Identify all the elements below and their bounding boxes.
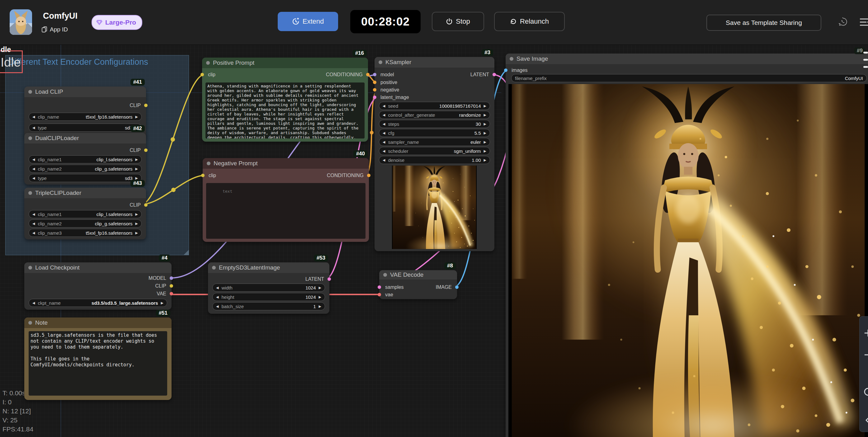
- prev-arrow[interactable]: ◀: [32, 177, 35, 180]
- widget-scheduler[interactable]: ◀ scheduler sgm_uniform ▶: [379, 147, 490, 155]
- clip-output-slot[interactable]: [144, 203, 148, 207]
- collapse-dot[interactable]: [28, 136, 32, 140]
- clip-input-slot[interactable]: [200, 73, 204, 76]
- save-as-template-button[interactable]: Save as Template Sharing: [706, 14, 821, 31]
- prev-arrow[interactable]: ◀: [32, 167, 35, 170]
- app-id-button[interactable]: App ID: [42, 26, 68, 33]
- widget-steps[interactable]: ◀ steps 30 ▶: [379, 120, 490, 128]
- node-negative-prompt[interactable]: #40 Negative Prompt clip CONDITIONING te…: [203, 158, 369, 242]
- collapse-toolbar-icon[interactable]: [863, 415, 868, 426]
- collapse-dot[interactable]: [28, 266, 32, 270]
- collapse-dot[interactable]: [206, 61, 210, 65]
- next-arrow[interactable]: ▶: [135, 158, 138, 161]
- node-header[interactable]: Note: [24, 317, 172, 328]
- image-output-slot[interactable]: [455, 285, 459, 289]
- node-header[interactable]: Load CLIP: [24, 87, 146, 97]
- collapse-dot[interactable]: [510, 57, 514, 61]
- node-load-clip[interactable]: #41 Load CLIP CLIP ◀ clip_name t5xxl_fp1…: [24, 87, 146, 138]
- model-output-slot[interactable]: [170, 276, 173, 280]
- node-dual-clip-loader[interactable]: #42 DualCLIPLoader CLIP ◀ clip_name1 cli…: [24, 133, 146, 185]
- negative-input-slot[interactable]: [373, 88, 376, 92]
- plan-badge[interactable]: Large-Pro: [92, 15, 142, 30]
- widget-filename-prefix[interactable]: filename_prefix ComfyUI: [511, 74, 867, 82]
- widget-width[interactable]: ◀ width 1024 ▶: [212, 284, 325, 292]
- node-positive-prompt[interactable]: #16 Positive Prompt clip CONDITIONING At…: [202, 58, 368, 142]
- next-arrow[interactable]: ▶: [319, 286, 321, 289]
- collapse-dot[interactable]: [28, 321, 32, 325]
- prev-arrow[interactable]: ◀: [32, 301, 35, 305]
- next-arrow[interactable]: ▶: [484, 113, 486, 117]
- next-arrow[interactable]: ▶: [135, 231, 138, 235]
- next-arrow[interactable]: ▶: [161, 301, 163, 305]
- node-vae-decode[interactable]: #8 VAE Decode samples vae IMAGE: [379, 270, 457, 299]
- prev-arrow[interactable]: ◀: [32, 222, 35, 225]
- menu-icon[interactable]: [860, 18, 868, 26]
- collapse-dot[interactable]: [383, 273, 387, 277]
- collapse-dot[interactable]: [28, 191, 32, 195]
- prev-arrow[interactable]: ◀: [383, 113, 385, 117]
- relaunch-button[interactable]: Relaunch: [494, 12, 565, 31]
- next-arrow[interactable]: ▶: [135, 115, 138, 119]
- collapse-dot[interactable]: [212, 266, 216, 270]
- node-header[interactable]: DualCLIPLoader: [24, 133, 146, 144]
- widget-sampler-name[interactable]: ◀ sampler_name euler ▶: [379, 138, 490, 146]
- node-header[interactable]: Positive Prompt: [202, 58, 368, 68]
- widget-clip-name2[interactable]: ◀ clip_name2 clip_g.safetensors ▶: [29, 165, 142, 173]
- node-save-image[interactable]: #9 Save Image images filename_prefix Com…: [506, 54, 868, 437]
- samples-input-slot[interactable]: [378, 285, 381, 289]
- prompt-textarea[interactable]: text: [206, 183, 366, 239]
- node-header[interactable]: VAE Decode: [379, 270, 457, 280]
- prev-arrow[interactable]: ◀: [32, 231, 35, 235]
- prev-arrow[interactable]: ◀: [216, 305, 219, 308]
- collapse-dot[interactable]: [28, 90, 32, 94]
- node-load-checkpoint[interactable]: #4 Load Checkpoint MODEL CLIP VAE ◀ ckpt…: [24, 262, 172, 310]
- node-header[interactable]: TripleCLIPLoader: [24, 188, 146, 198]
- collapse-dot[interactable]: [207, 161, 211, 165]
- widget-type[interactable]: ◀ type sd3 ▶: [29, 124, 142, 132]
- node-header[interactable]: KSampler: [375, 57, 494, 67]
- next-arrow[interactable]: ▶: [319, 305, 321, 308]
- prev-arrow[interactable]: ◀: [383, 131, 385, 135]
- prev-arrow[interactable]: ◀: [383, 104, 385, 108]
- prev-arrow[interactable]: ◀: [383, 158, 385, 162]
- vae-input-slot[interactable]: [378, 293, 381, 296]
- widget-clip-name3[interactable]: ◀ clip_name3 t5xxl_fp16.safetensors ▶: [29, 229, 142, 237]
- vae-output-slot[interactable]: [170, 292, 173, 295]
- widget-clip-name2[interactable]: ◀ clip_name2 clip_g.safetensors ▶: [29, 219, 142, 227]
- extend-button[interactable]: Extend: [278, 12, 338, 31]
- images-input-slot[interactable]: [504, 68, 507, 72]
- node-empty-sd3-latent-image[interactable]: #53 EmptySD3LatentImage LATENT ◀ width 1…: [208, 262, 330, 314]
- next-arrow[interactable]: ▶: [319, 295, 321, 299]
- prev-arrow[interactable]: ◀: [383, 122, 385, 126]
- group-resize-handle[interactable]: [184, 250, 189, 255]
- collapse-dot[interactable]: [379, 60, 382, 64]
- widget-ckpt-name[interactable]: ◀ ckpt_name sd3.5/sd3.5_large.safetensor…: [29, 299, 167, 307]
- conditioning-output-slot[interactable]: [367, 174, 371, 177]
- next-arrow[interactable]: ▶: [484, 141, 486, 144]
- clip-input-slot[interactable]: [201, 174, 205, 177]
- prev-arrow[interactable]: ◀: [32, 158, 35, 161]
- widget-cfg[interactable]: ◀ cfg 5.5 ▶: [379, 129, 490, 137]
- clip-output-slot[interactable]: [144, 149, 148, 152]
- conditioning-output-slot[interactable]: [366, 73, 370, 76]
- widget-type[interactable]: ◀ type sd3 ▶: [29, 174, 142, 182]
- prev-arrow[interactable]: ◀: [216, 295, 219, 299]
- positive-input-slot[interactable]: [373, 81, 376, 84]
- prev-arrow[interactable]: ◀: [32, 213, 35, 216]
- canvas-zoom-toolbar[interactable]: [859, 316, 868, 432]
- next-arrow[interactable]: ▶: [135, 167, 138, 170]
- model-input-slot[interactable]: [373, 73, 376, 76]
- prev-arrow[interactable]: ◀: [32, 126, 35, 129]
- zoom-out-icon[interactable]: [863, 349, 868, 360]
- widget-height[interactable]: ◀ height 1024 ▶: [212, 293, 325, 301]
- widget-batch-size[interactable]: ◀ batch_size 1 ▶: [212, 302, 325, 310]
- node-header[interactable]: Load Checkpoint: [24, 262, 172, 273]
- prev-arrow[interactable]: ◀: [32, 115, 35, 119]
- note-textarea[interactable]: sd3.5_large.safetensors is the file that…: [29, 331, 167, 396]
- widget-denoise[interactable]: ◀ denoise 1.00 ▶: [379, 156, 490, 164]
- next-arrow[interactable]: ▶: [135, 213, 138, 216]
- next-arrow[interactable]: ▶: [484, 158, 486, 162]
- node-triple-clip-loader[interactable]: #43 TripleCLIPLoader CLIP ◀ clip_name1 c…: [24, 188, 146, 239]
- next-arrow[interactable]: ▶: [484, 131, 486, 135]
- widget-control-after-generate[interactable]: ◀ control_after_generate randomize ▶: [379, 111, 490, 119]
